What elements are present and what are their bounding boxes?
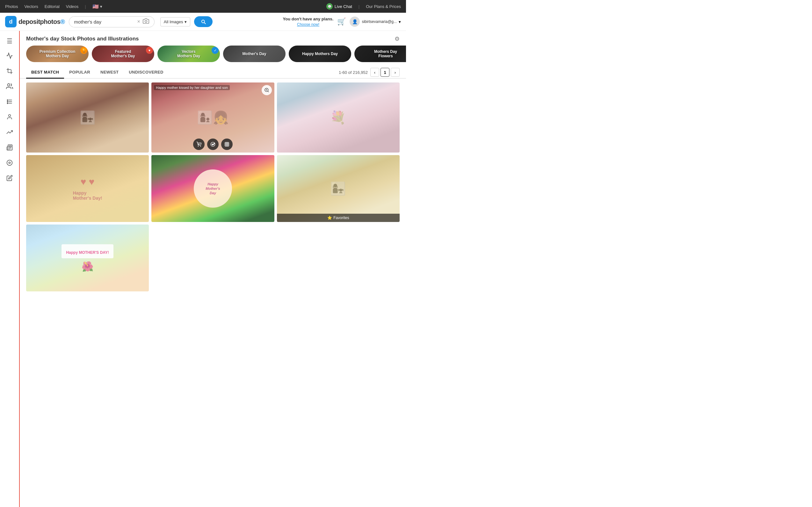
category-mothers-day[interactable]: Mother's Day: [223, 46, 286, 62]
favorites-bar-6[interactable]: ⭐ Favorites: [277, 214, 400, 222]
image-card-2[interactable]: 👩‍👦‍👧 Happy mother kissed by her daughte…: [151, 82, 274, 153]
cart-icon[interactable]: 🛒: [337, 17, 346, 26]
pagination-info: 1-60 of 216,952 ‹ 1 ›: [339, 68, 400, 77]
crop-icon: [6, 68, 13, 76]
sidebar-item-tag[interactable]: [2, 156, 17, 170]
flag-chevron: ▾: [100, 4, 102, 9]
sidebar-item-crop[interactable]: [2, 65, 17, 79]
add-to-collection-button-2[interactable]: [207, 138, 219, 150]
category-flowers-label: Mothers DayFlowers: [371, 49, 400, 58]
choose-plan-link[interactable]: Choose now!: [297, 22, 319, 27]
sidebar-item-chart[interactable]: [2, 126, 17, 140]
category-vectors-label: VectorsMothers Day: [174, 49, 203, 58]
user-menu[interactable]: 👤 sibirtsevamaria@g... ▾: [350, 16, 401, 27]
lightbox-button-2[interactable]: [221, 138, 233, 150]
image-type-label: All Images: [164, 19, 183, 24]
settings-icon[interactable]: ⚙: [395, 35, 400, 42]
image-caption-2: Happy mother kissed by her daughter and …: [154, 85, 230, 90]
logo-text: depositphotos®: [18, 18, 65, 25]
pagination-nav: ‹ 1 ›: [370, 68, 400, 77]
flag-icon: 🇺🇸: [92, 3, 99, 9]
avatar: 👤: [350, 16, 360, 27]
image-card-5[interactable]: HappyMother'sDay: [151, 155, 274, 222]
tab-undiscovered[interactable]: UNDISCOVERED: [124, 66, 168, 79]
user-chevron-icon: ▾: [399, 19, 401, 24]
list-icon: [6, 98, 13, 106]
clear-search-button[interactable]: ×: [136, 19, 142, 24]
svg-rect-7: [7, 103, 8, 104]
nav-photos[interactable]: Photos: [5, 4, 18, 9]
language-selector[interactable]: 🇺🇸 ▾: [92, 3, 102, 9]
sidebar-item-news[interactable]: [2, 141, 17, 155]
live-chat-button[interactable]: 💬 Live Chat: [326, 3, 352, 9]
nav-vectors[interactable]: Vectors: [24, 4, 38, 9]
trending-icon: [6, 52, 13, 61]
edit-icon: [6, 175, 13, 183]
star-icon: ⭐: [327, 216, 332, 220]
user-email: sibirtsevamaria@g...: [362, 19, 397, 24]
sort-tabs: BEST MATCH POPULAR NEWEST UNDISCOVERED: [26, 66, 168, 78]
image-card-6[interactable]: 👩‍👧 ⭐ Favorites: [277, 155, 400, 222]
svg-point-16: [200, 146, 201, 146]
svg-point-8: [9, 114, 11, 117]
image-actions-2: [193, 138, 233, 150]
current-page-button[interactable]: 1: [380, 68, 390, 77]
no-plans-line1: You don't have any plans.: [283, 16, 334, 22]
svg-point-1: [8, 83, 10, 86]
category-happy-mothers[interactable]: Happy Mothers Day: [289, 46, 351, 62]
image-card-3[interactable]: 💐: [277, 82, 400, 153]
sidebar-item-trending[interactable]: [2, 49, 17, 63]
sidebar-item-people[interactable]: [2, 80, 17, 94]
sidebar-item-profile[interactable]: [2, 111, 17, 124]
image-card-4[interactable]: ♥ ♥ HappyMother's Day!: [26, 155, 149, 222]
logo-icon: d: [5, 16, 16, 27]
search-input[interactable]: [73, 16, 136, 27]
search-button[interactable]: [194, 16, 212, 27]
sidebar-item-list[interactable]: [2, 95, 17, 109]
tab-newest[interactable]: NEWEST: [95, 66, 124, 79]
zoom-button-2[interactable]: [262, 85, 272, 95]
logo[interactable]: d depositphotos®: [5, 16, 65, 27]
sidebar-item-edit[interactable]: [2, 172, 17, 186]
camera-search-icon[interactable]: [142, 18, 150, 26]
sidebar-item-menu[interactable]: ☰: [2, 34, 17, 48]
category-scroll: Premium CollectionMothers Day 🏆 Featured…: [20, 46, 406, 66]
search-container: ×: [69, 16, 155, 27]
tabs-row: BEST MATCH POPULAR NEWEST UNDISCOVERED 1…: [20, 66, 406, 79]
tab-best-match[interactable]: BEST MATCH: [26, 66, 64, 79]
chart-icon: [6, 129, 13, 137]
category-mothers-day-label: Mother's Day: [239, 52, 270, 56]
category-premium[interactable]: Premium CollectionMothers Day 🏆: [26, 46, 89, 62]
svg-point-10: [9, 162, 10, 163]
nav-editorial[interactable]: Editorial: [45, 4, 60, 9]
category-vectors[interactable]: VectorsMothers Day ✓: [157, 46, 220, 62]
image-type-dropdown[interactable]: All Images ▾: [160, 17, 190, 26]
category-featured-label: FeaturedMother's Day: [108, 49, 138, 58]
sidebar: ☰: [0, 31, 20, 507]
premium-badge: 🏆: [80, 47, 87, 54]
category-happy-mothers-label: Happy Mothers Day: [299, 52, 341, 56]
image-grid: 👩‍👧 👩‍👦‍👧 Happy mother kissed by her dau…: [20, 79, 406, 295]
news-icon: [6, 144, 13, 152]
tab-popular[interactable]: POPULAR: [64, 66, 95, 79]
page-header: Mother's day Stock Photos and Illustrati…: [20, 31, 406, 46]
plans-link[interactable]: Our Plans & Prices: [366, 4, 401, 9]
image-card-1[interactable]: 👩‍👧: [26, 82, 149, 153]
favorites-label: Favorites: [333, 216, 349, 220]
svg-rect-5: [7, 100, 8, 101]
search-row: d depositphotos® × All Images ▾ You don'…: [0, 13, 406, 31]
prev-page-button[interactable]: ‹: [370, 68, 379, 77]
tag-icon: [6, 160, 13, 168]
svg-point-0: [145, 20, 147, 22]
main-content: Mother's day Stock Photos and Illustrati…: [20, 31, 406, 507]
add-to-cart-button-2[interactable]: [193, 138, 205, 150]
svg-point-15: [198, 146, 198, 146]
live-chat-icon: 💬: [326, 3, 333, 9]
category-featured[interactable]: FeaturedMother's Day ♥: [92, 46, 154, 62]
image-card-7[interactable]: Happy MOTHER'S DAY! 🌺: [26, 225, 149, 291]
nav-videos[interactable]: Videos: [66, 4, 79, 9]
page-title: Mother's day Stock Photos and Illustrati…: [26, 36, 139, 42]
top-navigation: Photos Vectors Editorial Videos | 🇺🇸 ▾ 💬…: [0, 0, 406, 13]
next-page-button[interactable]: ›: [391, 68, 400, 77]
category-flowers[interactable]: Mothers DayFlowers: [354, 46, 406, 62]
